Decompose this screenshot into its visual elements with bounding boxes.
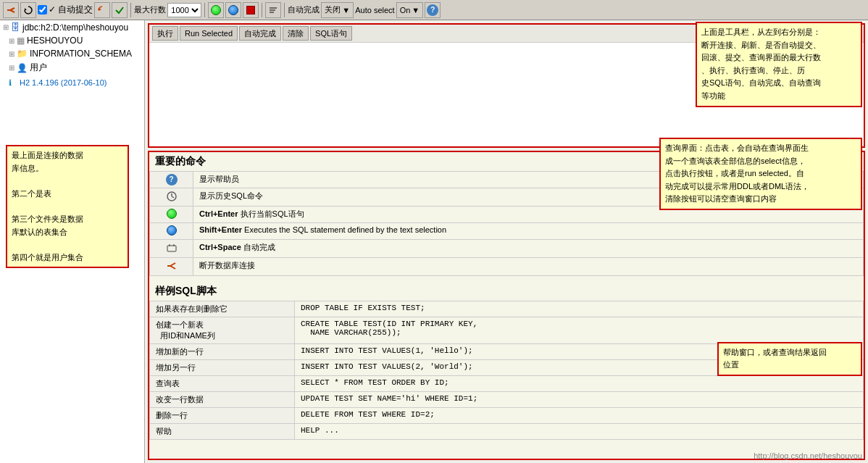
db-icon: 🗄 xyxy=(11,22,20,33)
sidebar-item-information-schema[interactable]: ⊞ 📁 INFORMATION_SCHEMA xyxy=(6,47,144,60)
auto-complete-label: 自动完成 xyxy=(288,4,320,15)
sql-row-4: 查询表 SELECT * FROM TEST ORDER BY ID; xyxy=(150,376,864,392)
rollback-button[interactable] xyxy=(94,2,110,18)
sql-row-7: 帮助 HELP ... xyxy=(150,424,864,440)
execute-cmd-icon xyxy=(167,209,177,219)
sql-row-5: 改变一行数据 UPDATE TEST SET NAME='hi' WHERE I… xyxy=(150,392,864,408)
help-annotation: 帮助窗口，或者查询结果返回位置 xyxy=(717,342,862,376)
close-label: 关闭 xyxy=(325,4,341,15)
help-icon: ? xyxy=(427,4,438,16)
cmd-desc-autocomplete: Ctrl+Space 自动完成 xyxy=(193,240,864,258)
commit-button[interactable] xyxy=(112,2,128,18)
disconnect-button[interactable] xyxy=(3,2,19,18)
run-selected-cmd-icon xyxy=(167,225,177,235)
cmd-icon-autocomplete xyxy=(150,240,193,258)
max-rows-select[interactable]: 1000 500 100 xyxy=(167,3,201,17)
close-dropdown-icon: ▼ xyxy=(342,6,350,14)
sql-code-4[interactable]: SELECT * FROM TEST ORDER BY ID; xyxy=(295,376,864,392)
toolbar-annotation-text: 上面是工具栏，从左到右分别是：断开连接、刷新、是否自动提交、回滚、提交、查询界面… xyxy=(701,28,821,100)
cmd-row-run-selected: Shift+Enter Executes the SQL statement d… xyxy=(150,223,864,240)
svg-line-16 xyxy=(170,266,175,269)
main-toolbar: ✓ 自动提交 最大行数 1000 500 100 xyxy=(0,0,868,20)
table-expand-icon: ⊞ xyxy=(9,37,14,45)
execute-button[interactable]: 执行 xyxy=(152,26,178,41)
sort-button[interactable] xyxy=(265,2,281,18)
sql-desc-0: 如果表存在则删除它 xyxy=(150,301,295,317)
sep4 xyxy=(284,3,285,17)
svg-line-10 xyxy=(172,196,174,198)
sql-code-0[interactable]: DROP TABLE IF EXISTS TEST; xyxy=(295,301,864,317)
sidebar-heshouyou-label: HESHOUYOU xyxy=(27,36,83,46)
sidebar-version-label: H2 1.4.196 (2017-06-10) xyxy=(14,77,112,88)
run-selected-button[interactable]: Run Selected xyxy=(180,26,238,41)
sql-desc-4: 查询表 xyxy=(150,376,295,392)
disconnect-cmd-icon xyxy=(166,260,178,272)
sep1 xyxy=(130,3,131,17)
sidebar-user-label: 用户 xyxy=(30,62,47,74)
toolbar-annotation: 上面是工具栏，从左到右分别是：断开连接、刷新、是否自动提交、回滚、提交、查询界面… xyxy=(696,22,862,107)
svg-marker-4 xyxy=(99,8,101,11)
help-button[interactable]: ? xyxy=(425,2,441,18)
history-icon xyxy=(228,5,238,15)
cmd-icon-execute xyxy=(150,207,193,223)
auto-complete-button[interactable]: 自动完成 xyxy=(239,26,281,41)
stop-icon xyxy=(246,6,255,14)
auto-submit-checkbox[interactable] xyxy=(38,5,47,14)
run-button[interactable] xyxy=(208,2,224,18)
clear-button[interactable]: 清除 xyxy=(283,26,309,41)
auto-select-chevron: ▼ xyxy=(412,6,420,14)
auto-select-value: On xyxy=(400,6,411,14)
auto-select-label: Auto select xyxy=(355,6,394,14)
cmd-row-disconnect: 断开数据库连接 xyxy=(150,258,864,276)
refresh-button[interactable] xyxy=(20,2,36,18)
history-cmd-icon xyxy=(166,191,178,202)
cmd-icon-run-selected xyxy=(150,223,193,240)
sidebar-item-heshouyou[interactable]: ⊞ ▦ HESHOUYOU xyxy=(6,34,144,47)
sql-row-6: 删除一行 DELETE FROM TEST WHERE ID=2; xyxy=(150,408,864,424)
sidebar-db-entry[interactable]: ⊞ 🗄 jdbc:h2:D:\temp\heshouyou xyxy=(0,20,144,34)
sql-desc-7: 帮助 xyxy=(150,424,295,440)
schema-expand-icon: ⊞ xyxy=(9,50,14,58)
sql-code-7[interactable]: HELP ... xyxy=(295,424,864,440)
stop-button[interactable] xyxy=(243,2,259,18)
sql-section-header: 样例SQL脚本 xyxy=(149,282,864,301)
svg-rect-11 xyxy=(167,246,176,251)
sql-desc-3: 增加另一行 xyxy=(150,360,295,376)
auto-select-dropdown[interactable]: On ▼ xyxy=(396,2,424,18)
query-annotation-text: 查询界面：点击表，会自动在查询界面生成一个查询该表全部信息的select信息，点… xyxy=(665,143,809,203)
sidebar-item-user[interactable]: ⊞ 👤 用户 xyxy=(6,60,144,75)
user-icon: 👤 xyxy=(17,63,28,73)
info-icon: ℹ xyxy=(9,78,12,88)
max-rows-label: 最大行数 xyxy=(134,4,166,15)
close-button[interactable]: 关闭 ▼ xyxy=(321,2,354,18)
cmd-icon-help: ? xyxy=(150,172,193,188)
sql-row-1: 创建一个新表 用ID和NAME列 CREATE TABLE TEST(ID IN… xyxy=(150,317,864,344)
run-icon xyxy=(211,5,221,15)
cmd-icon-history xyxy=(150,188,193,207)
help-annotation-text: 帮助窗口，或者查询结果返回位置 xyxy=(723,348,827,370)
sql-code-6[interactable]: DELETE FROM TEST WHERE ID=2; xyxy=(295,408,864,424)
sql-desc-6: 删除一行 xyxy=(150,408,295,424)
sql-code-1[interactable]: CREATE TABLE TEST(ID INT PRIMARY KEY, NA… xyxy=(295,317,864,344)
sidebar-annotation: 最上面是连接的数据库信息。第二个是表第三个文件夹是数据库默认的表集合第四个就是用… xyxy=(6,145,129,268)
cmd-desc-disconnect: 断开数据库连接 xyxy=(193,258,864,276)
sep2 xyxy=(204,3,205,17)
autocomplete-cmd-icon xyxy=(166,242,178,254)
sidebar-group: ⊞ ▦ HESHOUYOU ⊞ 📁 INFORMATION_SCHEMA ⊞ 👤… xyxy=(0,34,144,90)
schema-icon: 📁 xyxy=(17,49,28,59)
cmd-desc-run-selected: Shift+Enter Executes the SQL statement d… xyxy=(193,223,864,240)
watermark: http://blog.csdn.net/heshouyou xyxy=(754,451,862,460)
db-entry-label: jdbc:h2:D:\temp\heshouyou xyxy=(22,22,128,33)
svg-line-2 xyxy=(10,10,14,12)
auto-submit-group[interactable]: ✓ 自动提交 xyxy=(38,4,93,16)
help-cmd-icon: ? xyxy=(166,174,178,185)
sql-history-button[interactable]: SQL语句 xyxy=(310,26,352,41)
sidebar-annotation-text: 最上面是连接的数据库信息。第二个是表第三个文件夹是数据库默认的表集合第四个就是用… xyxy=(12,151,83,262)
sql-row-0: 如果表存在则删除它 DROP TABLE IF EXISTS TEST; xyxy=(150,301,864,317)
sql-desc-2: 增加新的一行 xyxy=(150,344,295,360)
history-button[interactable] xyxy=(225,2,241,18)
sql-code-5[interactable]: UPDATE TEST SET NAME='hi' WHERE ID=1; xyxy=(295,392,864,408)
sql-desc-1: 创建一个新表 用ID和NAME列 xyxy=(150,317,295,344)
cmd-row-autocomplete: Ctrl+Space 自动完成 xyxy=(150,240,864,258)
sql-desc-5: 改变一行数据 xyxy=(150,392,295,408)
